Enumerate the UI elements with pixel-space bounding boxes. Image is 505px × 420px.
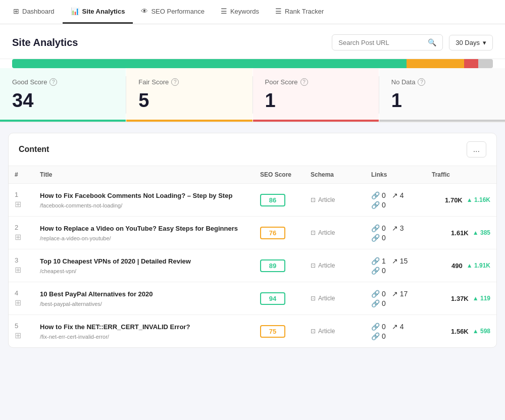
tab-label-dashboard: Dashboard	[22, 8, 55, 15]
score-card-number-good: 34	[12, 90, 114, 112]
col-num: 4⊞	[9, 282, 34, 315]
traffic-delta: ▲ 385	[473, 229, 490, 236]
link-icon2: 🔗	[371, 299, 380, 307]
traffic-delta: ▲ 1.91K	[467, 262, 490, 269]
score-card-label-good: Good Score ?	[12, 78, 114, 86]
chevron-down-icon: ▾	[483, 39, 486, 46]
col-traffic: 490▲ 1.91K	[426, 249, 496, 282]
help-icon-fair[interactable]: ?	[171, 78, 179, 86]
header-right: 🔍 30 Days ▾	[332, 34, 493, 50]
content-section: Content ... #TitleSEO ScoreSchemaLinksTr…	[8, 133, 497, 348]
seo-badge: 76	[260, 227, 285, 239]
col-seo-score: 75	[254, 315, 305, 348]
external-count: 17	[400, 290, 408, 298]
link-icon2: 🔗	[371, 267, 380, 275]
seo-badge: 86	[260, 194, 285, 206]
days-label: 30 Days	[456, 39, 480, 46]
col-seo-score: 94	[254, 282, 305, 315]
col-traffic: 1.56K▲ 598	[426, 315, 496, 348]
col-title: How to Fix Facebook Comments Not Loading…	[34, 184, 254, 217]
col-num: 1⊞	[9, 184, 34, 217]
search-input[interactable]	[338, 39, 424, 46]
link-internal: 🔗1 ↗15	[371, 257, 420, 265]
bottom-count: 0	[382, 201, 386, 209]
traffic-delta: ▲ 1.16K	[467, 196, 490, 203]
search-box[interactable]: 🔍	[332, 34, 443, 50]
col-header-traffic: Traffic	[426, 166, 496, 184]
help-icon-good[interactable]: ?	[49, 78, 57, 86]
external-count: 4	[400, 191, 404, 199]
col-schema: ⊡Article	[305, 217, 365, 249]
tab-seo-performance[interactable]: 👁SEO Performance	[133, 0, 213, 24]
post-title[interactable]: How to Replace a Video on YouTube? Easy …	[40, 224, 248, 233]
schema-type: Article	[318, 295, 335, 302]
col-schema: ⊡Article	[305, 184, 365, 217]
traffic-main: 1.61K	[451, 229, 469, 237]
col-traffic: 1.37K▲ 119	[426, 282, 496, 315]
traffic-main: 1.37K	[451, 295, 469, 302]
row-number: 5	[15, 322, 18, 330]
tab-dashboard[interactable]: ⊞Dashboard	[5, 0, 63, 24]
score-bar-nodata	[478, 59, 493, 68]
schema-icon: ⊡	[311, 229, 316, 236]
bottom-count: 0	[382, 332, 386, 340]
external-icon: ↗	[392, 290, 398, 298]
dashboard-icon: ⊞	[13, 7, 19, 15]
traffic-main: 490	[451, 262, 463, 270]
seo-performance-icon: 👁	[141, 7, 148, 15]
link-bottom: 🔗0	[371, 267, 420, 275]
tab-site-analytics[interactable]: 📊Site Analytics	[63, 0, 133, 24]
score-bar-good	[12, 59, 407, 68]
days-dropdown[interactable]: 30 Days ▾	[449, 35, 493, 50]
link-icon: 🔗	[371, 290, 380, 298]
col-links: 🔗0 ↗3 🔗0	[365, 217, 426, 249]
nav-tabs: ⊞Dashboard📊Site Analytics👁SEO Performanc…	[0, 0, 505, 24]
table-row: 4⊞10 Best PayPal Alternatives for 2020/b…	[9, 282, 496, 315]
link-icon: 🔗	[371, 191, 380, 199]
col-title: How to Replace a Video on YouTube? Easy …	[34, 217, 254, 249]
external-icon: ↗	[392, 323, 398, 331]
col-title: Top 10 Cheapest VPNs of 2020 | Detailed …	[34, 249, 254, 282]
post-url: /best-paypal-alternatives/	[40, 301, 248, 307]
post-url: /fix-net-err-cert-invalid-error/	[40, 334, 248, 340]
more-button[interactable]: ...	[467, 141, 486, 158]
row-number: 3	[15, 256, 18, 264]
link-icon2: 🔗	[371, 332, 380, 340]
col-seo-score: 89	[254, 249, 305, 282]
post-title[interactable]: Top 10 Cheapest VPNs of 2020 | Detailed …	[40, 257, 248, 266]
schema-type: Article	[318, 196, 335, 203]
link-icon2: 🔗	[371, 234, 380, 242]
score-bar	[12, 59, 493, 68]
bottom-count: 0	[382, 234, 386, 242]
row-number: 4	[15, 289, 18, 297]
score-cards: Good Score ? 34 Fair Score ? 5 Poor Scor…	[0, 68, 505, 123]
traffic-main: 1.70K	[445, 196, 463, 204]
col-links: 🔗1 ↗15 🔗0	[365, 249, 426, 282]
link-internal: 🔗0 ↗4	[371, 191, 420, 199]
link-internal: 🔗0 ↗17	[371, 290, 420, 298]
post-title[interactable]: How to Fix Facebook Comments Not Loading…	[40, 191, 248, 200]
col-num: 2⊞	[9, 217, 34, 249]
post-url: /facebook-comments-not-loading/	[40, 202, 248, 208]
col-header-seo-score: SEO Score	[254, 166, 305, 184]
content-table: #TitleSEO ScoreSchemaLinksTraffic 1⊞How …	[9, 166, 496, 347]
tab-keywords[interactable]: ☰Keywords	[213, 0, 267, 24]
doc-icon: ⊞	[15, 199, 28, 209]
post-title[interactable]: 10 Best PayPal Alternatives for 2020	[40, 290, 248, 299]
external-icon: ↗	[392, 224, 398, 232]
site-analytics-icon: 📊	[71, 7, 79, 15]
tab-rank-tracker[interactable]: ☰Rank Tracker	[267, 0, 332, 24]
seo-badge: 75	[260, 325, 285, 338]
link-icon2: 🔗	[371, 201, 380, 209]
col-header-title: Title	[34, 166, 254, 184]
post-title[interactable]: How to Fix the NET::ERR_CERT_INVALID Err…	[40, 323, 248, 332]
seo-badge: 89	[260, 259, 285, 272]
table-row: 5⊞How to Fix the NET::ERR_CERT_INVALID E…	[9, 315, 496, 348]
help-icon-nodata[interactable]: ?	[418, 78, 425, 86]
help-icon-poor[interactable]: ?	[300, 78, 308, 86]
row-number: 2	[15, 224, 18, 231]
doc-icon: ⊞	[15, 298, 28, 307]
col-header-links: Links	[365, 166, 426, 184]
col-title: How to Fix the NET::ERR_CERT_INVALID Err…	[34, 315, 254, 348]
col-schema: ⊡Article	[305, 315, 365, 348]
